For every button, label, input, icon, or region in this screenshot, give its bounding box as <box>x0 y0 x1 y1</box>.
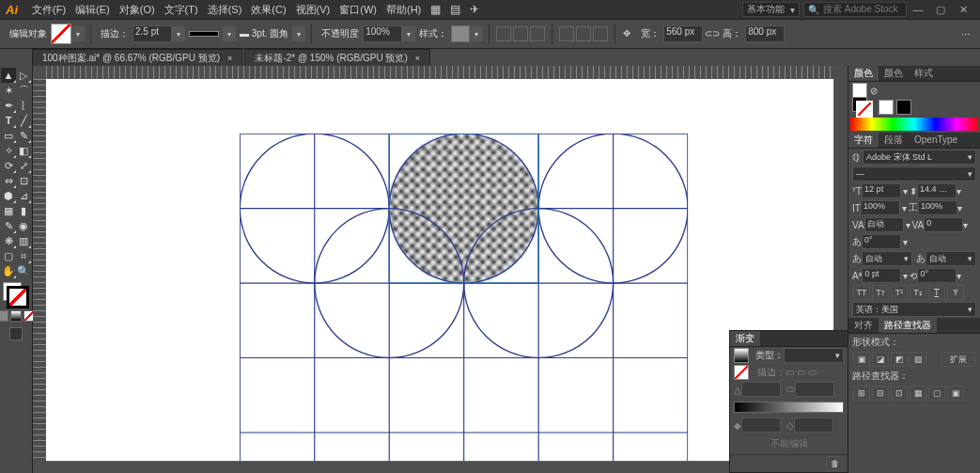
tab-color2[interactable]: 颜色 <box>879 66 909 81</box>
tab-color[interactable]: 颜色 <box>848 66 879 81</box>
type-tool[interactable]: T <box>1 113 16 128</box>
cloud-icon[interactable]: ✈ <box>470 3 479 16</box>
menu-file[interactable]: 文件(F) <box>32 3 66 17</box>
hscale[interactable]: 100% <box>918 200 957 215</box>
stroke-weight[interactable]: 2.5 pt <box>132 25 172 42</box>
screen-mode[interactable] <box>9 327 23 340</box>
tab-gradient[interactable]: 渐变 <box>730 331 760 346</box>
pf-unite[interactable]: ▣ <box>853 352 870 367</box>
lang-select[interactable]: 英语：美国▾ <box>852 302 976 317</box>
ruler-horizontal[interactable] <box>46 66 834 80</box>
tab-align[interactable]: 对齐 <box>848 318 879 333</box>
ruler-vertical[interactable] <box>33 79 47 462</box>
menu-type[interactable]: 文字(T) <box>164 3 198 17</box>
hand-tool[interactable]: ✋ <box>1 263 16 278</box>
pf-exclude[interactable]: ▨ <box>910 352 926 367</box>
tt-sub[interactable]: T₁ <box>910 285 926 300</box>
selection-tool[interactable]: ▲ <box>1 68 16 83</box>
tracking-v[interactable]: 0 <box>924 217 963 232</box>
valign-b[interactable] <box>593 26 608 41</box>
pf-minus[interactable]: ◪ <box>872 352 889 367</box>
color-mode[interactable] <box>0 310 8 322</box>
line-tool[interactable]: ╱ <box>16 113 31 128</box>
tt-super[interactable]: T¹ <box>891 285 908 300</box>
search-box[interactable]: 🔍搜索 Adobe Stock <box>803 2 907 17</box>
tab-pathfinder[interactable]: 路径查找器 <box>879 318 937 333</box>
slice-tool[interactable]: ⌗ <box>16 248 31 263</box>
align-l[interactable] <box>496 26 511 41</box>
eraser-tool[interactable]: ◧ <box>16 143 31 158</box>
grad-type[interactable]: ▾ <box>784 348 844 363</box>
perspective-tool[interactable]: ⊿ <box>16 188 31 203</box>
font-style[interactable]: —▾ <box>852 166 976 181</box>
transform-icon[interactable]: ✥ <box>623 28 635 40</box>
graph-tool[interactable]: ▥ <box>16 233 31 248</box>
scale-tool[interactable]: ⤢ <box>16 158 31 173</box>
optbar-more[interactable]: ⋯ <box>961 29 971 39</box>
rectangle-tool[interactable]: ▭ <box>1 128 16 143</box>
zoom-tool[interactable]: 🔍 <box>16 263 31 278</box>
aki2[interactable]: 自动▾ <box>862 251 912 266</box>
symbol-sprayer-tool[interactable]: ❋ <box>1 233 16 248</box>
valign-t[interactable] <box>559 26 574 41</box>
link-icon[interactable]: ⊂⊃ <box>705 28 717 40</box>
magic-wand-tool[interactable]: ✶ <box>1 83 16 98</box>
pf-intersect[interactable]: ◩ <box>891 352 908 367</box>
black-swatch[interactable] <box>896 100 911 115</box>
leading[interactable]: 14.4 … <box>917 183 957 198</box>
vscale[interactable]: 100% <box>861 200 900 215</box>
opacity-value[interactable]: 100% <box>363 25 402 42</box>
shaper-tool[interactable]: ✧ <box>1 143 16 158</box>
pf-minusback[interactable]: ▣ <box>947 386 964 401</box>
document-canvas[interactable] <box>46 79 834 462</box>
free-transform-tool[interactable]: ⊡ <box>16 173 31 188</box>
menu-select[interactable]: 选择(S) <box>208 3 242 17</box>
gradient-mode[interactable] <box>10 310 22 322</box>
rotate-tool[interactable]: ⟳ <box>1 158 16 173</box>
paintbrush-tool[interactable]: ✎ <box>16 128 31 143</box>
curvature-tool[interactable]: ⦚ <box>16 98 31 113</box>
direct-selection-tool[interactable]: ▷ <box>16 68 31 83</box>
x-field[interactable]: 560 px <box>663 25 703 42</box>
doc-tab-1[interactable]: 100种图案.ai* @ 66.67% (RGB/GPU 预览)× <box>32 49 242 66</box>
fill-stroke-control[interactable] <box>3 282 29 308</box>
width-tool[interactable]: ⇔ <box>1 173 16 188</box>
color-spectrum[interactable] <box>850 118 978 131</box>
menu-view[interactable]: 视图(V) <box>296 3 331 17</box>
char-rotate[interactable]: 0° <box>917 268 957 283</box>
grad-swatch[interactable] <box>734 348 749 363</box>
style-swatch[interactable] <box>451 25 470 42</box>
align-c[interactable] <box>513 26 528 41</box>
tt-under[interactable]: T̲ <box>928 285 945 300</box>
eyedropper-tool[interactable]: ✎ <box>1 218 16 233</box>
scrollbar-horizontal[interactable] <box>46 461 834 473</box>
menu-object[interactable]: 对象(O) <box>119 3 155 17</box>
grad-stroke[interactable] <box>734 365 749 380</box>
menu-window[interactable]: 窗口(W) <box>339 3 377 17</box>
tt-caps[interactable]: TT <box>853 285 870 300</box>
menu-edit[interactable]: 编辑(E) <box>75 3 110 17</box>
bridge-icon[interactable]: ▦ <box>430 3 441 16</box>
aki[interactable]: 0° <box>862 234 901 249</box>
lasso-tool[interactable]: ⌒ <box>16 83 31 98</box>
fill-stroke-mini[interactable] <box>852 97 873 118</box>
pf-merge[interactable]: ⊡ <box>891 386 908 401</box>
stroke-preview[interactable] <box>189 31 219 37</box>
pf-outline[interactable]: ▢ <box>928 386 945 401</box>
tt-small[interactable]: Tт <box>872 285 889 300</box>
align-r[interactable] <box>530 26 545 41</box>
y-field[interactable]: 800 px <box>745 25 785 42</box>
workspace-switcher[interactable]: 基本功能▾ <box>742 2 800 17</box>
aki3[interactable]: 自动▾ <box>926 251 976 266</box>
window-minimize[interactable]: — <box>907 4 929 15</box>
menu-help[interactable]: 帮助(H) <box>386 3 421 17</box>
kerning-v[interactable]: 自动 <box>864 217 904 232</box>
baseline-shift[interactable]: 0 pt <box>862 268 901 283</box>
tt-strike[interactable]: Ŧ <box>947 285 964 300</box>
valign-m[interactable] <box>576 26 591 41</box>
font-size[interactable]: 12 pt <box>862 183 901 198</box>
mesh-tool[interactable]: ▦ <box>1 203 16 218</box>
tab-style[interactable]: 样式 <box>909 66 939 81</box>
artboard-tool[interactable]: ▢ <box>1 248 16 263</box>
blend-tool[interactable]: ◉ <box>16 218 31 233</box>
